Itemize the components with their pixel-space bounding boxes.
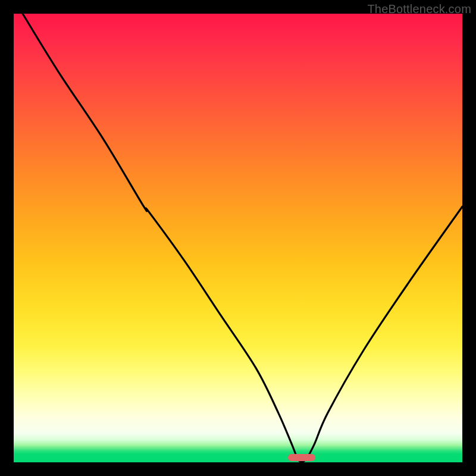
watermark-text: TheBottleneck.com (367, 2, 471, 16)
valley-marker (288, 454, 316, 461)
plot-area (14, 14, 462, 462)
bottleneck-curve (14, 14, 462, 462)
chart-frame: TheBottleneck.com (0, 0, 476, 476)
